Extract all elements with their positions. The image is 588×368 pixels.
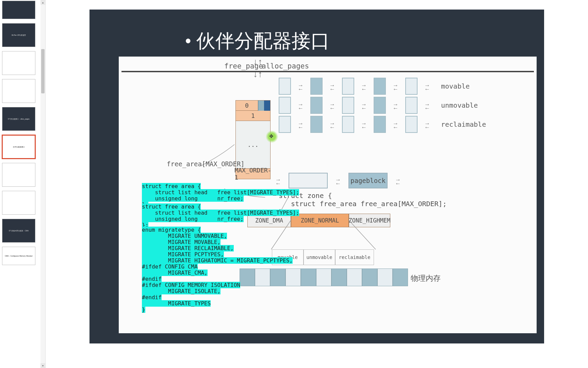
- physical-memory-label: 物理内存: [411, 273, 441, 283]
- slide-thumbnail[interactable]: CMA – Contiguous Memory Allocator: [2, 247, 35, 265]
- order-cell-1: 1: [236, 111, 270, 121]
- scroll-handle[interactable]: [41, 49, 45, 93]
- zone-struct-code: struct zone { struct free_area free_area…: [279, 191, 447, 216]
- mig-label: reclaimable: [441, 120, 486, 128]
- arrow-down-free2: ↓: [253, 70, 258, 78]
- mig-row-unmovable: →←→←→←→←→←unmovable: [279, 97, 478, 114]
- zone-normal: ZONE_NORMAL: [291, 214, 349, 227]
- thumbnail-panel: 06 Per-CPU页缓存07 页分配接口：alloc_pages伙伴分配器接口…: [0, 0, 46, 368]
- slide-stage: 伙伴分配器接口 free_page alloc_pages ↓ ↓ ↑ ↑ 0 …: [46, 0, 588, 368]
- label-alloc-pages: alloc_pages: [262, 62, 309, 70]
- arrow-down-free: ↓: [253, 57, 258, 66]
- cursor-highlight-icon: [266, 131, 278, 143]
- slide-thumbnail[interactable]: 伙伴分配器接口: [2, 135, 35, 159]
- subtype-reclaimable: reclaimable: [335, 249, 374, 265]
- order-cell-0: 0: [236, 101, 258, 111]
- mig-row-movable: →←→←→←→←→←movable: [279, 78, 470, 95]
- api-divider: [121, 71, 534, 72]
- free-area-label: free_area[MAX_ORDER]: [167, 160, 245, 168]
- scroll-down-icon[interactable]: ▾: [40, 363, 45, 368]
- slide-thumbnail[interactable]: 06 Per-CPU页缓存: [2, 23, 35, 47]
- slide-title: 伙伴分配器接口: [198, 28, 330, 54]
- subtype-unmovable: unmovable: [304, 249, 335, 265]
- mig-label: unmovable: [441, 101, 478, 109]
- arrow-up-alloc: ↑: [258, 57, 262, 66]
- order-cell-max: MAX_ORDER-1: [236, 169, 270, 179]
- pageblock-box: pageblock: [348, 173, 388, 188]
- diagram-area: free_page alloc_pages ↓ ↓ ↑ ↑ 0 1 ... MA…: [119, 57, 537, 333]
- slide-thumbnail[interactable]: [2, 163, 35, 187]
- slide-thumbnail[interactable]: [2, 79, 35, 103]
- slide-canvas[interactable]: 伙伴分配器接口 free_page alloc_pages ↓ ↓ ↑ ↑ 0 …: [89, 10, 544, 343]
- scroll-up-icon[interactable]: ▴: [40, 0, 45, 5]
- mig-row-reclaimable: →←→←→←→←→←reclaimable: [279, 116, 486, 133]
- slide-thumbnail[interactable]: 07 页分配接口：alloc_pages: [2, 107, 35, 131]
- code-struct-free-area-2: struct free_area { struct list_head free…: [142, 204, 299, 228]
- slide-thumbnail[interactable]: [2, 51, 35, 75]
- zone-highmem: ZONE_HIGHMEM: [349, 214, 390, 227]
- mig-label: movable: [441, 82, 470, 90]
- slide-thumbnail[interactable]: [2, 1, 35, 19]
- thumbnail-scrollbar[interactable]: ▴ ▾: [40, 0, 45, 368]
- arrow-up-alloc2: ↑: [258, 70, 262, 78]
- code-enum-migratetype: enum migratetype { MIGRATE_UNMOVABLE, MI…: [142, 227, 293, 313]
- slide-thumbnail[interactable]: 07 连续内存分配器：CMA: [2, 219, 35, 243]
- slide-thumbnail[interactable]: [2, 191, 35, 215]
